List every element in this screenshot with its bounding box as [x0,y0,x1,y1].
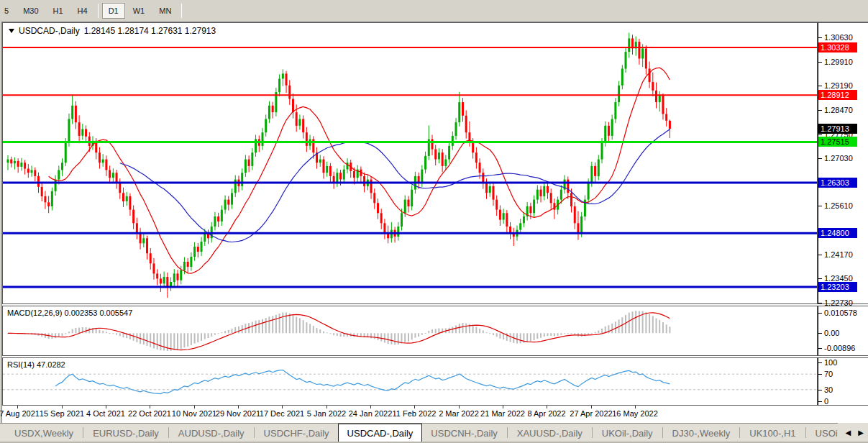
price-level-badge: 1.26303 [818,178,857,188]
rsi-tick-label: 0 [824,397,828,406]
tab-divider [662,427,663,438]
price-level-badge: 1.28912 [818,90,857,100]
price-level-badge: 1.30328 [818,42,857,52]
chart-window: USDCAD-,Daily 1.28145 1.28174 1.27631 1.… [1,22,868,423]
chart-tab-eurusd[interactable]: EURUSD-,Daily [84,425,168,443]
date-tick [326,406,327,408]
macd-signal-line [8,313,670,350]
price-tick-label: 1.30630 [824,33,853,42]
tab-divider [507,427,508,438]
timeframe-button-w1[interactable]: W1 [127,3,152,19]
timeframe-button-h4[interactable]: H4 [71,3,94,19]
date-tick [150,406,150,408]
symbol-dropdown-icon[interactable] [9,29,14,33]
date-tick [194,406,195,408]
date-tick [459,406,460,408]
candlestick-chart[interactable] [3,23,817,303]
date-axis[interactable]: 27 Aug 202115 Sep 20214 Oct 202122 Oct 2… [2,406,868,423]
price-level-badge: 1.27913 [818,124,857,134]
price-tick-label: 1.28470 [824,106,853,114]
macd-tick-label: -0.00896 [824,344,855,352]
timeframe-button-m30[interactable]: M30 [17,3,45,19]
timeframe-button-mn[interactable]: MN [152,3,178,19]
date-tick [635,406,636,408]
date-tick [106,406,106,408]
chart-tab-dj30[interactable]: DJ30-,Weekly [664,425,739,443]
price-axis[interactable]: 1.306301.299101.291901.284701.277501.270… [818,22,868,304]
toolbar-divider [181,4,182,18]
tab-divider [805,427,806,438]
chart-tab-usdcad[interactable]: USDCAD-,Daily [338,424,423,443]
price-level-badge: 1.23203 [818,282,857,292]
chart-tab-audusd[interactable]: AUDUSD-,Daily [170,425,253,443]
price-tick-label: 1.29910 [824,58,853,66]
chart-tab-uk100[interactable]: UK100-,H1 [741,425,804,443]
tab-divider [254,427,255,438]
chart-tab-usdchf[interactable]: USDCHF-,Daily [255,425,338,443]
rsi-indicator-pane[interactable]: RSI(14) 47.0282 [2,357,818,406]
macd-axis[interactable]: 0.0105780.00-0.00896 [818,306,868,356]
ma-fast-line [49,68,670,273]
tab-scroll-right-button[interactable]: ▶ [858,429,864,437]
rsi-label: RSI(14) 47.0282 [7,360,65,369]
price-level-badge: 1.27515 [818,137,857,147]
chart-tab-usdx[interactable]: USDX,Weekly [6,425,82,443]
price-chart-pane[interactable]: USDCAD-,Daily 1.28145 1.28174 1.27631 1.… [2,22,818,304]
tab-divider [83,427,83,438]
timeframe-button-5[interactable]: 5 [0,3,15,19]
chart-ohlc-values: 1.28145 1.28174 1.27631 1.27913 [84,26,216,36]
candles-group [7,33,671,298]
rsi-chart[interactable] [3,358,817,405]
timeframe-button-d1[interactable]: D1 [102,3,125,19]
tab-scroll-controls: ◀ ▶ [838,423,868,443]
timeframe-toolbar: 5M30H1H4D1W1MN [0,0,868,21]
date-tick [414,406,415,408]
tab-scroll-left-button[interactable]: ◀ [846,429,851,437]
price-tick-label: 1.25610 [824,201,853,210]
date-tick [17,406,18,408]
tab-divider [168,427,169,438]
macd-tick-label: 0.010578 [824,309,857,317]
date-tick [547,406,547,408]
rsi-axis[interactable]: 10070300 [818,357,868,406]
tab-divider [739,427,740,438]
price-tick-label: 1.27030 [824,154,853,163]
toolbar-divider [98,4,99,18]
price-tick-label: 1.29190 [824,81,853,90]
rsi-tick-label: 30 [824,385,833,394]
rsi-line [55,370,670,394]
chart-tabs-bar: USDX,WeeklyEURUSD-,DailyAUDUSD-,DailyUSD… [0,423,868,443]
rsi-tick-label: 100 [824,358,837,367]
date-tick [591,406,592,408]
date-tick [370,406,371,408]
date-tick [62,406,63,408]
trading-terminal: 5M30H1H4D1W1MN USDCAD-,Daily 1.28145 1.2… [0,0,868,443]
chart-tab-ukoil[interactable]: UKOil-,Daily [593,425,662,443]
macd-tick-label: 0.00 [824,329,839,337]
date-tick [503,406,503,408]
chart-title: USDCAD-,Daily 1.28145 1.28174 1.27631 1.… [9,26,216,36]
chart-symbol-label: USDCAD-,Daily [19,26,80,36]
macd-indicator-pane[interactable]: MACD(12,26,9) 0.002353 0.005547 [2,306,818,356]
tab-divider [592,427,593,438]
chart-tab-usdcnh[interactable]: USDCNH-,Daily [422,425,506,443]
timeframe-button-h1[interactable]: H1 [47,3,70,19]
price-tick-label: 1.24170 [824,250,853,259]
date-axis-label: 16 May 2022 [605,409,665,418]
price-level-badge: 1.24800 [818,228,857,238]
date-tick [238,406,239,408]
date-tick [282,406,283,408]
chart-tab-xauusd[interactable]: XAUUSD-,Daily [508,425,591,443]
macd-label: MACD(12,26,9) 0.002353 0.005547 [7,309,132,317]
rsi-tick-label: 70 [824,370,833,378]
